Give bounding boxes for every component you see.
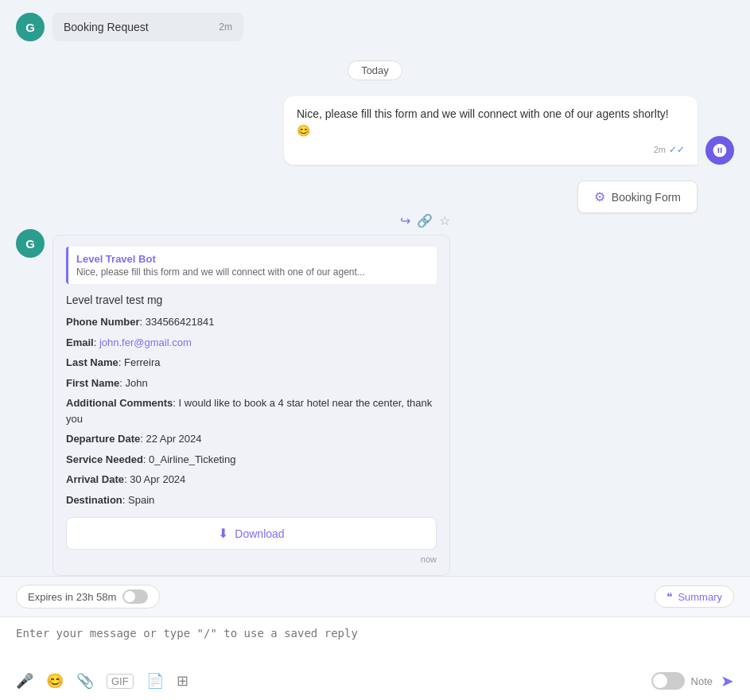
- summary-button[interactable]: ❝ Summary: [655, 585, 734, 608]
- summary-quote-icon: ❝: [666, 590, 673, 603]
- field-email: Email: john.fer@gmail.com: [66, 335, 437, 351]
- today-divider: Today: [16, 60, 734, 80]
- form-timestamp: now: [66, 554, 437, 564]
- booking-form-btn-container: ⚙ Booking Form: [16, 181, 698, 213]
- field-firstname: First Name: John: [66, 375, 437, 391]
- file-icon[interactable]: 📄: [146, 672, 164, 690]
- form-title: Level travel test mg: [66, 294, 437, 306]
- bot-message-1-row: Nice, please fill this form and we will …: [16, 96, 734, 165]
- bot-icon-1: [712, 142, 728, 158]
- booking-request-time: 2m: [219, 21, 232, 33]
- booking-form-icon: ⚙: [594, 189, 605, 204]
- message-input[interactable]: [16, 627, 734, 652]
- gif-button[interactable]: GIF: [107, 674, 134, 689]
- booking-request-label: Booking Request: [64, 21, 149, 33]
- download-icon: ⬇: [218, 526, 228, 541]
- field-comments: Additional Comments: I would like to boo…: [66, 395, 437, 426]
- send-button[interactable]: ➤: [721, 671, 734, 690]
- note-toggle: Note: [651, 672, 713, 690]
- booking-form-label: Booking Form: [612, 191, 681, 204]
- toolbar-left: 🎤 😊 📎 GIF 📄 ⊞: [16, 672, 188, 690]
- message-1-checks: ✓✓: [669, 144, 685, 155]
- expires-toggle[interactable]: [122, 589, 148, 604]
- bot-avatar-1: [705, 136, 734, 165]
- form-card-header: Level Travel Bot Nice, please fill this …: [66, 247, 437, 284]
- form-card-bot-name: Level Travel Bot: [76, 253, 429, 265]
- user-avatar: G: [16, 13, 45, 41]
- bot-message-1-text: Nice, please fill this form and we will …: [297, 107, 669, 137]
- email-link[interactable]: john.fer@gmail.com: [99, 336, 192, 348]
- booking-form-button[interactable]: ⚙ Booking Form: [577, 181, 698, 213]
- expires-label: Expires in 23h 58m: [28, 591, 116, 603]
- summary-label: Summary: [678, 591, 722, 603]
- download-label: Download: [235, 527, 284, 540]
- note-label: Note: [691, 675, 713, 687]
- message-input-area: [0, 617, 750, 665]
- attachment-icon[interactable]: 📎: [76, 672, 94, 690]
- mic-icon[interactable]: 🎤: [16, 672, 33, 690]
- field-phone: Phone Number: 334566421841: [66, 314, 437, 330]
- bot-message-1-bubble: Nice, please fill this form and we will …: [284, 96, 698, 165]
- bot-message-1-time: 2m: [654, 145, 666, 154]
- star-icon[interactable]: ☆: [439, 213, 450, 228]
- messages-area: G Booking Request 2m Today Nice, please …: [0, 0, 750, 576]
- download-button[interactable]: ⬇ Download: [66, 517, 437, 550]
- field-service: Service Needed: 0_Airline_Ticketing: [66, 452, 437, 468]
- expires-summary-row: Expires in 23h 58m ❝ Summary: [0, 577, 750, 617]
- layout-icon[interactable]: ⊞: [177, 672, 188, 690]
- forward-icon[interactable]: ↪: [400, 213, 410, 228]
- toolbar-row: 🎤 😊 📎 GIF 📄 ⊞ Note ➤: [0, 665, 750, 700]
- form-card-preview: Nice, please fill this form and we will …: [76, 266, 429, 278]
- booking-request-card: Booking Request 2m: [52, 13, 243, 41]
- field-arrival: Arrival Date: 30 Apr 2024: [66, 472, 437, 488]
- emoji-icon[interactable]: 😊: [46, 672, 64, 690]
- toolbar-right: Note ➤: [651, 671, 734, 690]
- chat-container: G Booking Request 2m Today Nice, please …: [0, 0, 750, 700]
- expires-badge: Expires in 23h 58m: [16, 585, 160, 609]
- field-destination: Destination: Spain: [66, 492, 437, 508]
- booking-request-row: G Booking Request 2m: [16, 13, 734, 41]
- link-icon[interactable]: 🔗: [417, 213, 433, 228]
- note-toggle-switch[interactable]: [651, 672, 685, 690]
- bottom-bar: Expires in 23h 58m ❝ Summary 🎤 😊 📎 GIF 📄…: [0, 576, 750, 700]
- field-departure: Departure Date: 22 Apr 2024: [66, 431, 437, 447]
- field-lastname: Last Name: Ferreira: [66, 355, 437, 371]
- form-actions-row: ↪ 🔗 ☆: [52, 213, 450, 228]
- form-card: Level Travel Bot Nice, please fill this …: [52, 235, 450, 576]
- today-badge: Today: [348, 60, 402, 80]
- form-card-row: G ↪ 🔗 ☆ Level Travel Bot Nice, please fi…: [16, 229, 734, 576]
- user-avatar-2: G: [16, 229, 45, 258]
